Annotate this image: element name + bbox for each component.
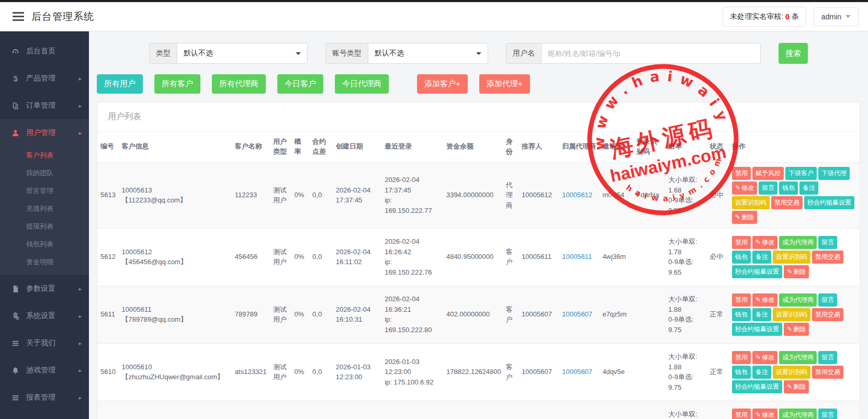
op-button-禁用[interactable]: 禁用 xyxy=(732,236,751,249)
sidebar-subitem-withdrawals[interactable]: 提现列表 xyxy=(0,218,89,235)
op-button-钱包[interactable]: 钱包 xyxy=(732,366,751,379)
op-button-禁用交易[interactable]: 禁用交易 xyxy=(771,196,803,209)
quick-button[interactable]: 今日客户 xyxy=(277,74,323,94)
list-icon xyxy=(10,393,20,402)
sidebar-subitem-my-team[interactable]: 我的团队 xyxy=(0,164,89,182)
sidebar-item-dashboard[interactable]: 后台首页 xyxy=(0,38,89,65)
quick-button[interactable]: 添加客户+ xyxy=(417,74,468,94)
quick-button[interactable]: 今日代理商 xyxy=(335,74,389,94)
op-button-下级客户[interactable]: 下级客户 xyxy=(785,167,817,180)
gears-icon xyxy=(10,312,20,320)
sidebar-item-params[interactable]: 参数设置 ▸ xyxy=(0,275,89,302)
op-button-设置识别码[interactable]: 设置识别码 xyxy=(773,308,810,321)
quick-button[interactable]: 所有客户 xyxy=(154,74,200,94)
op-button-删除[interactable]: ✎删除 xyxy=(784,323,809,336)
agent-link[interactable]: 10005612 xyxy=(562,191,592,199)
agent-link[interactable]: 10005607 xyxy=(562,310,592,318)
op-button-留言[interactable]: 留言 xyxy=(759,182,777,195)
column-header: 赔率 xyxy=(665,132,706,162)
sidebar-subitem-deposits[interactable]: 充值列表 xyxy=(0,200,89,218)
op-button-删除[interactable]: ✎删除 xyxy=(784,265,809,278)
admin-dropdown[interactable]: admin xyxy=(814,7,859,26)
pencil-icon: ✎ xyxy=(756,296,761,303)
chevron-down-icon xyxy=(476,52,481,55)
cell-user-type xyxy=(270,401,291,419)
op-button-留言[interactable]: 留言 xyxy=(818,409,837,419)
op-button-留言[interactable]: 留言 xyxy=(818,351,837,364)
op-button-赋予风控[interactable]: 赋予风控 xyxy=(752,167,784,180)
op-button-禁用[interactable]: 禁用 xyxy=(732,293,751,307)
quick-button[interactable]: 所有代理商 xyxy=(212,74,266,94)
op-button-修改[interactable]: ✎修改 xyxy=(732,182,757,195)
sidebar-item-products[interactable]: 产品管理 ▸ xyxy=(0,65,89,92)
quick-button[interactable]: 所有用户 xyxy=(97,74,143,94)
op-button-禁用交易[interactable]: 禁用交易 xyxy=(812,366,843,379)
op-button-禁用[interactable]: 禁用 xyxy=(732,409,751,419)
username-input[interactable] xyxy=(541,43,761,64)
op-button-修改[interactable]: ✎修改 xyxy=(752,236,777,249)
op-button-下级代理[interactable]: 下级代理 xyxy=(818,167,850,180)
op-button-成为代理商[interactable]: 成为代理商 xyxy=(779,236,817,249)
op-button-秒合约输赢设置[interactable]: 秒合约输赢设置 xyxy=(732,265,782,278)
cell-agent: 10005607 xyxy=(559,343,599,401)
sidebar: 后台首页 产品管理 ▸ 订单管理 ▸ xyxy=(0,31,89,419)
sidebar-item-system[interactable]: 系统设置 ▸ xyxy=(0,302,89,330)
hamburger-menu-icon[interactable] xyxy=(13,12,24,21)
cell-probability: 0% xyxy=(291,162,310,228)
op-button-成为代理商[interactable]: 成为代理商 xyxy=(779,409,817,419)
cell-user-type: 测试用户 xyxy=(270,162,291,228)
op-button-删除[interactable]: ✎删除 xyxy=(784,380,809,393)
cell-probability xyxy=(291,401,310,419)
sidebar-item-about[interactable]: 关于我们 ▸ xyxy=(0,330,89,357)
op-button-秒合约输赢设置[interactable]: 秒合约输赢设置 xyxy=(732,323,782,336)
sidebar-item-orders[interactable]: 订单管理 ▸ xyxy=(0,92,89,119)
quick-button[interactable]: 添加代理+ xyxy=(479,74,530,94)
op-button-设置识别码[interactable]: 设置识别码 xyxy=(732,196,770,209)
cell-balance: 3394.00000000 xyxy=(443,162,503,228)
op-button-钱包[interactable]: 钱包 xyxy=(732,308,751,321)
sidebar-item-reports[interactable]: 报表管理 ▸ xyxy=(0,384,89,411)
op-button-备注[interactable]: 备注 xyxy=(799,182,818,195)
op-button-留言[interactable]: 留言 xyxy=(818,236,837,249)
agent-link[interactable]: 10005611 xyxy=(562,253,592,261)
sidebar-subitem-wallets[interactable]: 钱包列表 xyxy=(0,235,89,253)
sidebar-subitem-messages[interactable]: 留言管理 xyxy=(0,182,89,200)
op-button-禁用[interactable]: 禁用 xyxy=(732,351,751,364)
op-button-备注[interactable]: 备注 xyxy=(752,366,771,379)
op-button-成为代理商[interactable]: 成为代理商 xyxy=(779,351,817,364)
sidebar-subitem-customer-list[interactable]: 客户列表 xyxy=(0,146,89,164)
op-button-修改[interactable]: ✎修改 xyxy=(752,409,777,419)
op-button-秒合约输赢设置[interactable]: 秒合约输赢设置 xyxy=(732,380,782,393)
op-button-钱包[interactable]: 钱包 xyxy=(732,251,751,264)
table-row: 561110005611【789789@qq.com】789789测试用户0%0… xyxy=(97,286,860,343)
agent-link[interactable]: 10005607 xyxy=(562,368,592,376)
op-button-备注[interactable]: 备注 xyxy=(752,308,771,321)
op-button-禁用[interactable]: 禁用 xyxy=(732,167,751,180)
op-button-禁用交易[interactable]: 禁用交易 xyxy=(812,251,843,264)
search-button[interactable]: 搜索 xyxy=(779,43,808,64)
type-select[interactable]: 默认不选 xyxy=(177,43,308,64)
op-button-钱包[interactable]: 钱包 xyxy=(779,182,798,195)
copy-files-icon xyxy=(10,101,20,110)
op-button-修改[interactable]: ✎修改 xyxy=(752,293,777,307)
op-button-留言[interactable]: 留言 xyxy=(818,293,837,307)
account-type-select[interactable]: 默认不选 xyxy=(368,43,488,64)
sidebar-subitem-funds-detail[interactable]: 资金明细 xyxy=(0,253,89,271)
op-button-秒合约输赢设置[interactable]: 秒合约输赢设置 xyxy=(804,196,854,209)
op-button-禁用交易[interactable]: 禁用交易 xyxy=(812,308,843,321)
cell-login-code xyxy=(633,401,665,419)
audit-badge[interactable]: 未处理实名审核: 0 条 xyxy=(723,7,806,27)
pencil-icon: ✎ xyxy=(756,354,761,361)
cell-identity: 客户 xyxy=(503,343,518,401)
table-row: 大小单双: 1.88 0-9单选: 9.75禁用✎修改成为代理商留言钱包备注设置… xyxy=(97,401,860,419)
op-button-删除[interactable]: ✎删除 xyxy=(732,211,757,224)
sidebar-item-users[interactable]: 用户管理 ▸ xyxy=(0,119,89,146)
op-button-修改[interactable]: ✎修改 xyxy=(752,351,777,364)
op-button-设置识别码[interactable]: 设置识别码 xyxy=(773,251,810,264)
column-header: 最近登录 xyxy=(381,132,443,162)
chevron-right-icon: ▸ xyxy=(78,103,82,109)
op-button-成为代理商[interactable]: 成为代理商 xyxy=(779,293,817,307)
op-button-备注[interactable]: 备注 xyxy=(752,251,771,264)
op-button-设置识别码[interactable]: 设置识别码 xyxy=(773,366,810,379)
sidebar-item-games[interactable]: 游戏管理 ▸ xyxy=(0,357,89,384)
